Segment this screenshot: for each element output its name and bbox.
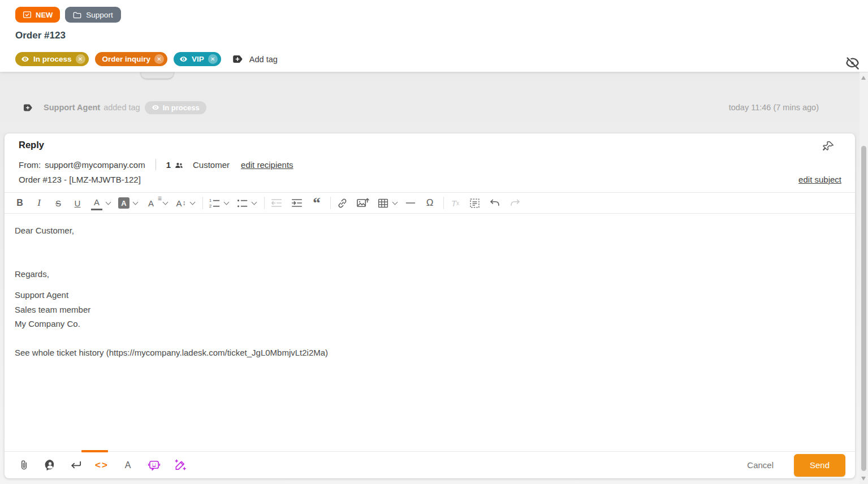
reply-footer-toolbar: <> A <box>5 451 855 478</box>
chevron-down-icon <box>106 199 111 205</box>
tag-add-icon <box>23 102 33 113</box>
send-button[interactable]: Send <box>794 454 845 477</box>
eye-icon[interactable] <box>21 55 29 63</box>
formatting-toolbar: B I S U A A A A <box>5 192 855 214</box>
insert-table-button[interactable] <box>377 197 397 209</box>
edit-subject-link[interactable]: edit subject <box>798 175 841 184</box>
bullet-list-icon <box>236 197 248 209</box>
horizontal-rule-button[interactable] <box>405 196 416 210</box>
tag-add-icon <box>232 53 244 65</box>
increase-indent-button[interactable] <box>291 196 303 210</box>
plain-text-button[interactable]: A <box>121 459 135 472</box>
tag-label: In process <box>33 55 72 63</box>
activity-row: Support Agent added tag In process today… <box>0 99 848 116</box>
scrollbar-thumb[interactable] <box>861 146 866 471</box>
remove-tag-icon[interactable]: ✕ <box>76 54 85 64</box>
magic-pen-icon <box>174 459 187 472</box>
chevron-down-icon <box>163 199 169 205</box>
redo-icon <box>509 197 521 209</box>
italic-button[interactable]: I <box>33 196 45 210</box>
svg-text:1: 1 <box>209 198 211 203</box>
recipient-count: 1 <box>166 160 171 170</box>
body-line: Sales team member <box>15 302 841 317</box>
tag-in-process[interactable]: In process ✕ <box>15 52 89 66</box>
ticket-detail-view: Support Agent added tag In process today… <box>0 0 868 484</box>
ai-bot-icon <box>148 459 161 472</box>
clear-formatting-button[interactable]: Tx <box>450 196 461 210</box>
tag-order-inquiry[interactable]: Order inquiry ✕ <box>95 52 168 66</box>
numbered-list-button[interactable]: 1 2 <box>209 197 228 209</box>
image-upload-icon <box>356 197 369 210</box>
link-icon <box>336 197 348 209</box>
ticket-header: NEW Support Order #123 In process ✕ Orde… <box>0 0 868 72</box>
chevron-down-icon <box>252 199 257 205</box>
horizontal-rule-icon <box>405 197 416 209</box>
reply-editor-card: Reply From: support@mycompany.com 1 <box>5 133 855 478</box>
underline-button[interactable]: U <box>72 196 83 210</box>
select-all-icon <box>469 197 481 209</box>
font-color-button[interactable]: A <box>91 196 110 210</box>
ticket-title: Order #123 <box>15 30 66 41</box>
reply-body-editor[interactable]: Dear Customer, Regards, Support Agent Sa… <box>5 214 855 451</box>
status-new-button[interactable]: NEW <box>15 7 60 23</box>
font-color-glyph: A <box>91 196 102 210</box>
body-line: My Company Co. <box>15 317 841 331</box>
attach-file-button[interactable] <box>17 459 31 472</box>
eye-icon[interactable] <box>179 55 188 63</box>
remove-tag-icon[interactable]: ✕ <box>208 54 218 64</box>
from-row: From: support@mycompany.com 1 Customer e… <box>19 159 293 170</box>
add-tag-label: Add tag <box>249 55 278 64</box>
bullet-list-button[interactable] <box>236 197 256 209</box>
envelope-icon <box>23 11 32 19</box>
ai-chatbot-button[interactable] <box>147 459 161 472</box>
table-icon <box>377 197 389 209</box>
body-line: Regards, <box>15 267 841 282</box>
ai-assist-button[interactable] <box>173 459 187 472</box>
body-line: See whole ticket history (https://mycomp… <box>15 345 841 360</box>
code-view-button[interactable]: <> <box>95 459 109 472</box>
font-family-glyph: A <box>145 196 157 210</box>
department-button[interactable]: Support <box>65 7 120 23</box>
svg-text:2: 2 <box>209 204 211 209</box>
body-line <box>15 252 841 267</box>
canned-messages-button[interactable] <box>43 459 57 472</box>
insert-image-button[interactable] <box>356 196 369 210</box>
activity-action-text: added tag <box>103 103 140 112</box>
remove-tag-icon[interactable]: ✕ <box>154 54 164 64</box>
eye-off-icon[interactable] <box>845 55 860 71</box>
strikethrough-button[interactable]: S <box>53 196 64 210</box>
cancel-button[interactable]: Cancel <box>747 460 774 470</box>
blockquote-button[interactable]: “ <box>311 196 322 210</box>
numbered-list-icon: 1 2 <box>209 197 221 209</box>
toolbar-separator <box>330 197 331 209</box>
redo-button[interactable] <box>509 196 521 210</box>
subject-row: Order #123 - [LMZ-MJWTB-122] edit subjec… <box>19 175 841 184</box>
insert-reply-button[interactable] <box>69 459 83 472</box>
select-all-button[interactable] <box>469 196 481 210</box>
scroll-down-arrow[interactable] <box>861 477 866 481</box>
edit-recipients-link[interactable]: edit recipients <box>241 160 293 170</box>
reply-header: Reply From: support@mycompany.com 1 <box>5 133 855 192</box>
undo-button[interactable] <box>489 196 501 210</box>
pin-icon[interactable] <box>822 140 835 153</box>
reply-title: Reply <box>19 140 44 150</box>
divider <box>156 159 156 170</box>
font-family-button[interactable]: A <box>145 196 167 210</box>
font-size-button[interactable]: A <box>175 196 195 210</box>
add-tag-button[interactable]: Add tag <box>232 53 278 65</box>
recipients-icon <box>174 161 184 170</box>
bold-button[interactable]: B <box>14 196 25 210</box>
scrollbar[interactable] <box>860 72 868 484</box>
decrease-indent-button[interactable] <box>270 196 283 210</box>
activity-tag-label: In process <box>163 103 200 112</box>
special-character-button[interactable]: Ω <box>424 196 435 210</box>
decrease-indent-icon <box>270 197 283 209</box>
scroll-up-arrow[interactable] <box>861 76 866 80</box>
tags-row: In process ✕ Order inquiry ✕ VIP ✕ <box>15 52 278 66</box>
tag-vip[interactable]: VIP ✕ <box>174 52 221 66</box>
body-line: Dear Customer, <box>15 223 841 238</box>
background-color-button[interactable]: A <box>118 197 137 209</box>
activity-tag-pill: In process <box>145 101 206 114</box>
toolbar-separator <box>443 197 444 209</box>
insert-link-button[interactable] <box>336 196 348 210</box>
